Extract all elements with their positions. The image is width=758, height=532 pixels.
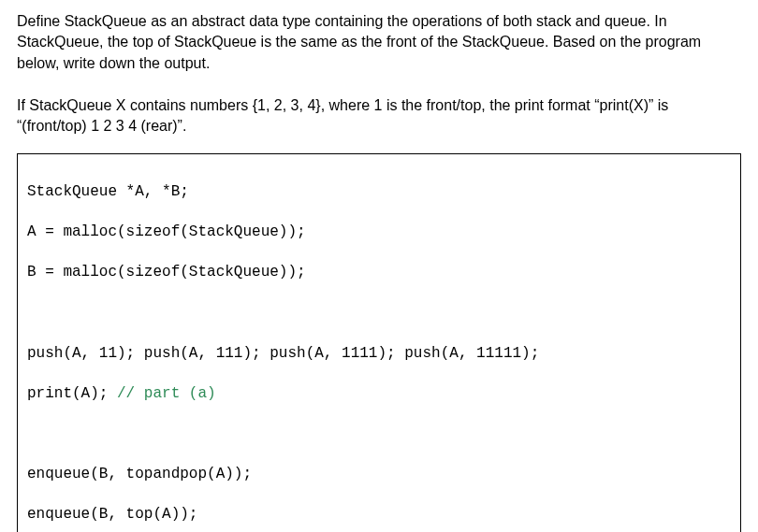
code-line: enqueue(B, topandpop(A));: [27, 465, 731, 485]
code-text: print(A);: [27, 385, 117, 402]
code-line: A = malloc(sizeof(StackQueue));: [27, 223, 731, 243]
code-block: StackQueue *A, *B; A = malloc(sizeof(Sta…: [17, 153, 741, 532]
code-comment: // part (a): [117, 385, 216, 402]
problem-intro: Define StackQueue as an abstract data ty…: [17, 11, 741, 137]
code-line: enqueue(B, top(A));: [27, 505, 731, 525]
code-line: B = malloc(sizeof(StackQueue));: [27, 263, 731, 283]
blank-line: [27, 424, 731, 445]
intro-paragraph-2: If StackQueue X contains numbers {1, 2, …: [17, 95, 741, 137]
code-line: push(A, 11); push(A, 111); push(A, 1111)…: [27, 344, 731, 365]
code-line: print(A); // part (a): [27, 384, 731, 405]
intro-paragraph-1: Define StackQueue as an abstract data ty…: [17, 11, 741, 74]
blank-line: [27, 304, 731, 324]
code-line: StackQueue *A, *B;: [27, 182, 731, 203]
